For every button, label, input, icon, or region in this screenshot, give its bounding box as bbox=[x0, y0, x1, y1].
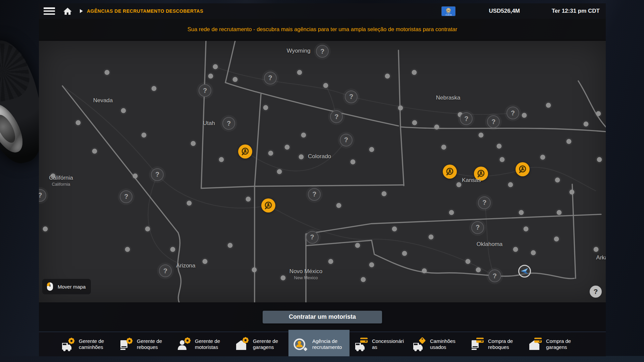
game-screen: AGÊNCIAS DE RECRUTAMENTO DESCOBERTAS OKL… bbox=[0, 0, 644, 362]
city-dot bbox=[434, 124, 439, 129]
toolbar-item-label: Gerente de motoristas bbox=[195, 338, 227, 350]
discovered-agency-marker[interactable] bbox=[442, 164, 457, 179]
city-dot bbox=[263, 105, 268, 110]
city-dot bbox=[336, 203, 341, 208]
toolbar-item-label: Gerente de reboques bbox=[137, 338, 169, 350]
discovered-agency-marker[interactable] bbox=[238, 144, 253, 159]
top-bar: AGÊNCIAS DE RECRUTAMENTO DESCOBERTAS OKL… bbox=[39, 3, 606, 19]
undiscovered-agency-marker: ? bbox=[308, 188, 321, 201]
city-dot bbox=[191, 141, 196, 146]
recruitment-agency-icon bbox=[292, 336, 309, 353]
breadcrumb: AGÊNCIAS DE RECRUTAMENTO DESCOBERTAS bbox=[87, 8, 203, 14]
city-dot bbox=[398, 105, 403, 110]
money-display: USD526,4M bbox=[479, 8, 530, 14]
toolbar-item-label: Caminhões usados bbox=[430, 338, 463, 350]
move-map-hint: Mover mapa bbox=[42, 279, 91, 294]
hamburger-menu-button[interactable] bbox=[44, 7, 55, 15]
city-dot bbox=[208, 74, 213, 79]
city-dot bbox=[422, 268, 427, 274]
recruitment-agency-map-icon bbox=[238, 144, 253, 159]
city-dot bbox=[596, 111, 601, 116]
recruitment-panel: AGÊNCIAS DE RECRUTAMENTO DESCOBERTAS OKL… bbox=[39, 3, 606, 356]
discovered-agency-marker[interactable] bbox=[261, 198, 276, 213]
city-dot bbox=[499, 157, 504, 162]
city-dot bbox=[382, 191, 387, 196]
toolbar-item-label: Compra de reboques bbox=[488, 338, 521, 350]
city-dot bbox=[133, 174, 138, 179]
recruitment-agency-map-icon bbox=[515, 162, 530, 177]
toolbar-item-label: Agência de recrutamento bbox=[312, 338, 345, 350]
undiscovered-agency-marker: ? bbox=[222, 117, 235, 130]
city-dot bbox=[385, 73, 390, 78]
city-dot bbox=[277, 169, 282, 174]
undiscovered-agency-marker: ? bbox=[159, 264, 172, 277]
help-button[interactable]: ? bbox=[590, 286, 602, 298]
city-dot bbox=[531, 250, 536, 255]
home-button[interactable] bbox=[62, 6, 72, 16]
truck-manager-icon bbox=[60, 336, 76, 352]
city-dot bbox=[479, 132, 484, 137]
toolbar-item-garage-manager[interactable]: Gerente de garagens bbox=[230, 332, 288, 356]
recruitment-map[interactable]: Mover mapa ? ??????????????????? Wyoming… bbox=[39, 40, 606, 302]
city-dot bbox=[508, 182, 513, 187]
city-dot bbox=[497, 144, 502, 149]
city-dot bbox=[412, 120, 417, 125]
toolbar-item-driver-manager[interactable]: Gerente de motoristas bbox=[172, 332, 230, 356]
toolbar-item-garage-purchase[interactable]: Compra de garagens bbox=[524, 332, 582, 356]
banner-text: Sua rede de recrutamento - descubra mais… bbox=[187, 26, 457, 33]
city-dot bbox=[540, 155, 545, 160]
recruitment-agency-map-icon bbox=[474, 166, 488, 181]
undiscovered-agency-marker: ? bbox=[460, 112, 473, 125]
toolbar-item-dealer[interactable]: Concessionárias bbox=[350, 332, 408, 356]
city-dot bbox=[246, 196, 251, 201]
toolbar-item-label: Compra de garagens bbox=[546, 338, 579, 350]
city-dot bbox=[219, 157, 224, 162]
dealer-icon bbox=[353, 336, 369, 352]
city-dot bbox=[466, 259, 471, 264]
toolbar-item-trailer-purchase[interactable]: Compra de reboques bbox=[466, 332, 524, 356]
toolbar-item-trailer-manager[interactable]: Gerente de reboques bbox=[114, 332, 172, 356]
banner-bar: Sua rede de recrutamento - descubra mais… bbox=[39, 19, 606, 40]
toolbar-item-label: Gerente de caminhões bbox=[79, 338, 111, 350]
city-dot bbox=[369, 262, 374, 267]
city-dot bbox=[583, 122, 588, 127]
toolbar-item-truck-manager[interactable]: Gerente de caminhões bbox=[56, 332, 114, 356]
city-dot bbox=[457, 182, 462, 187]
city-dot bbox=[513, 247, 518, 252]
city-dot bbox=[361, 277, 366, 282]
hire-strip: Contratar um motorista bbox=[39, 302, 606, 332]
city-dot bbox=[554, 237, 559, 242]
clock-display: Ter 12:31 pm CDT bbox=[552, 8, 600, 14]
recruitment-agency-map-icon bbox=[261, 198, 276, 213]
city-dot bbox=[213, 64, 218, 69]
city-dot bbox=[369, 147, 374, 152]
discovered-agency-marker[interactable] bbox=[474, 166, 488, 181]
toolbar-item-recruitment-agency[interactable]: Agência de recrutamento bbox=[288, 330, 350, 356]
city-dot bbox=[355, 243, 360, 248]
undiscovered-agency-marker: ? bbox=[478, 196, 491, 209]
toolbar-item-used-trucks[interactable]: Caminhões usados bbox=[408, 332, 466, 356]
city-dot bbox=[75, 120, 80, 125]
tire-chrome-rim bbox=[0, 99, 29, 158]
city-dot bbox=[268, 151, 273, 156]
city-dot bbox=[557, 210, 562, 215]
trailer-manager-icon bbox=[118, 336, 134, 352]
city-dot bbox=[43, 226, 48, 231]
city-dot bbox=[92, 149, 97, 154]
city-dot bbox=[412, 70, 417, 75]
city-dot bbox=[392, 226, 397, 231]
discovered-agency-marker[interactable] bbox=[515, 162, 530, 177]
city-dot bbox=[441, 145, 446, 150]
city-dot bbox=[476, 267, 481, 272]
city-dot bbox=[203, 259, 208, 264]
city-dot bbox=[519, 210, 524, 215]
undiscovered-agency-marker: ? bbox=[340, 134, 353, 146]
city-dot bbox=[297, 70, 302, 75]
city-dot bbox=[252, 267, 257, 272]
hire-driver-button[interactable]: Contratar um motorista bbox=[263, 311, 382, 323]
city-dot bbox=[232, 77, 237, 82]
city-dot bbox=[121, 108, 126, 113]
city-dot bbox=[141, 132, 146, 137]
toolbar-item-label: Concessionárias bbox=[372, 338, 405, 350]
used-trucks-icon bbox=[411, 336, 427, 352]
